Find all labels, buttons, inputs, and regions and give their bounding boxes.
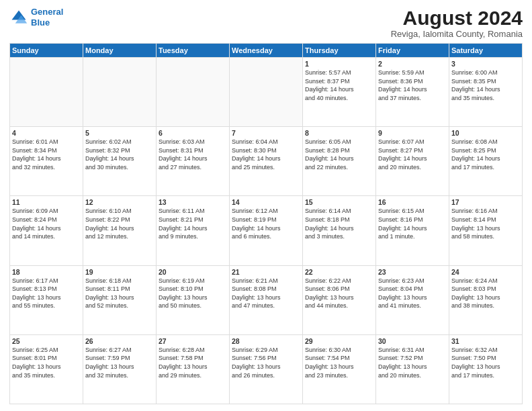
calendar-cell [10,58,83,127]
day-info: Sunrise: 6:19 AM Sunset: 8:10 PM Dayligh… [159,277,227,310]
day-info: Sunrise: 6:05 AM Sunset: 8:28 PM Dayligh… [305,138,373,171]
day-number: 19 [85,268,154,276]
day-info: Sunrise: 6:18 AM Sunset: 8:11 PM Dayligh… [85,277,154,310]
day-number: 11 [12,198,81,206]
day-info: Sunrise: 6:29 AM Sunset: 7:56 PM Dayligh… [232,346,300,379]
day-info: Sunrise: 6:17 AM Sunset: 8:13 PM Dayligh… [12,277,81,310]
calendar-cell: 7Sunrise: 6:04 AM Sunset: 8:30 PM Daylig… [230,127,303,196]
day-info: Sunrise: 6:25 AM Sunset: 8:01 PM Dayligh… [12,346,81,379]
logo: General Blue [9,7,63,28]
calendar-cell: 10Sunrise: 6:08 AM Sunset: 8:25 PM Dayli… [449,127,523,196]
day-info: Sunrise: 6:21 AM Sunset: 8:08 PM Dayligh… [232,277,300,310]
week-row-4: 18Sunrise: 6:17 AM Sunset: 8:13 PM Dayli… [10,265,523,334]
calendar-cell: 4Sunrise: 6:01 AM Sunset: 8:34 PM Daylig… [10,127,83,196]
calendar-cell: 11Sunrise: 6:09 AM Sunset: 8:24 PM Dayli… [10,196,83,265]
day-number: 15 [305,198,373,206]
location-subtitle: Reviga, Ialomita County, Romania [391,29,523,39]
day-info: Sunrise: 6:11 AM Sunset: 8:21 PM Dayligh… [159,207,227,240]
logo-blue: Blue [31,17,50,28]
calendar-cell: 6Sunrise: 6:03 AM Sunset: 8:31 PM Daylig… [157,127,230,196]
day-info: Sunrise: 5:57 AM Sunset: 8:37 PM Dayligh… [305,68,373,102]
header: General Blue August 2024 Reviga, Ialomit… [9,7,523,39]
page: General Blue August 2024 Reviga, Ialomit… [0,0,532,411]
day-number: 26 [85,337,154,345]
logo-text: General Blue [31,7,63,28]
week-row-2: 4Sunrise: 6:01 AM Sunset: 8:34 PM Daylig… [10,127,523,196]
day-info: Sunrise: 6:00 AM Sunset: 8:35 PM Dayligh… [451,68,520,102]
calendar-cell: 22Sunrise: 6:22 AM Sunset: 8:06 PM Dayli… [303,265,376,334]
day-number: 6 [159,129,227,137]
calendar-cell: 19Sunrise: 6:18 AM Sunset: 8:11 PM Dayli… [83,265,157,334]
day-info: Sunrise: 6:02 AM Sunset: 8:32 PM Dayligh… [85,138,154,171]
weekday-header-thursday: Thursday [303,44,376,58]
weekday-header-monday: Monday [83,44,157,58]
day-info: Sunrise: 6:28 AM Sunset: 7:58 PM Dayligh… [159,346,227,379]
day-info: Sunrise: 6:08 AM Sunset: 8:25 PM Dayligh… [451,138,520,171]
calendar-cell: 15Sunrise: 6:14 AM Sunset: 8:18 PM Dayli… [303,196,376,265]
day-info: Sunrise: 6:27 AM Sunset: 7:59 PM Dayligh… [85,346,154,379]
day-info: Sunrise: 6:15 AM Sunset: 8:16 PM Dayligh… [378,207,447,240]
day-info: Sunrise: 6:16 AM Sunset: 8:14 PM Dayligh… [451,207,520,240]
calendar-cell: 14Sunrise: 6:12 AM Sunset: 8:19 PM Dayli… [230,196,303,265]
day-info: Sunrise: 6:24 AM Sunset: 8:03 PM Dayligh… [451,277,520,310]
calendar-cell: 21Sunrise: 6:21 AM Sunset: 8:08 PM Dayli… [230,265,303,334]
day-number: 4 [12,129,81,137]
week-row-5: 25Sunrise: 6:25 AM Sunset: 8:01 PM Dayli… [10,334,523,404]
weekday-header-wednesday: Wednesday [230,44,303,58]
day-info: Sunrise: 6:01 AM Sunset: 8:34 PM Dayligh… [12,138,81,171]
day-number: 18 [12,268,81,276]
calendar-cell: 13Sunrise: 6:11 AM Sunset: 8:21 PM Dayli… [157,196,230,265]
day-number: 8 [305,129,373,137]
day-number: 5 [85,129,154,137]
day-number: 9 [378,129,447,137]
calendar-cell: 1Sunrise: 5:57 AM Sunset: 8:37 PM Daylig… [303,58,376,127]
day-info: Sunrise: 6:04 AM Sunset: 8:30 PM Dayligh… [232,138,300,171]
day-number: 22 [305,268,373,276]
calendar-table: SundayMondayTuesdayWednesdayThursdayFrid… [9,43,523,404]
week-row-1: 1Sunrise: 5:57 AM Sunset: 8:37 PM Daylig… [10,58,523,127]
day-info: Sunrise: 6:14 AM Sunset: 8:18 PM Dayligh… [305,207,373,240]
calendar-cell: 20Sunrise: 6:19 AM Sunset: 8:10 PM Dayli… [157,265,230,334]
day-info: Sunrise: 6:23 AM Sunset: 8:04 PM Dayligh… [378,277,447,310]
day-info: Sunrise: 6:30 AM Sunset: 7:54 PM Dayligh… [305,346,373,379]
weekday-header-row: SundayMondayTuesdayWednesdayThursdayFrid… [10,44,523,58]
day-number: 2 [378,60,447,68]
day-number: 13 [159,198,227,206]
calendar-cell: 9Sunrise: 6:07 AM Sunset: 8:27 PM Daylig… [376,127,449,196]
day-number: 1 [305,60,373,68]
day-number: 17 [451,198,520,206]
day-number: 3 [451,60,520,68]
day-info: Sunrise: 6:07 AM Sunset: 8:27 PM Dayligh… [378,138,447,171]
day-info: Sunrise: 6:22 AM Sunset: 8:06 PM Dayligh… [305,277,373,310]
day-number: 23 [378,268,447,276]
day-number: 24 [451,268,520,276]
calendar-cell: 30Sunrise: 6:31 AM Sunset: 7:52 PM Dayli… [376,334,449,404]
day-number: 28 [232,337,300,345]
day-number: 21 [232,268,300,276]
logo-icon [9,8,28,27]
calendar-cell: 25Sunrise: 6:25 AM Sunset: 8:01 PM Dayli… [10,334,83,404]
day-number: 20 [159,268,227,276]
day-number: 30 [378,337,447,345]
calendar-cell: 12Sunrise: 6:10 AM Sunset: 8:22 PM Dayli… [83,196,157,265]
day-info: Sunrise: 6:10 AM Sunset: 8:22 PM Dayligh… [85,207,154,240]
day-info: Sunrise: 6:32 AM Sunset: 7:50 PM Dayligh… [451,346,520,379]
day-info: Sunrise: 5:59 AM Sunset: 8:36 PM Dayligh… [378,68,447,102]
day-number: 7 [232,129,300,137]
week-row-3: 11Sunrise: 6:09 AM Sunset: 8:24 PM Dayli… [10,196,523,265]
weekday-header-tuesday: Tuesday [157,44,230,58]
calendar-cell: 17Sunrise: 6:16 AM Sunset: 8:14 PM Dayli… [449,196,523,265]
calendar-cell [83,58,157,127]
calendar-cell [157,58,230,127]
calendar-cell [230,58,303,127]
calendar-cell: 3Sunrise: 6:00 AM Sunset: 8:35 PM Daylig… [449,58,523,127]
calendar-cell: 18Sunrise: 6:17 AM Sunset: 8:13 PM Dayli… [10,265,83,334]
calendar-cell: 26Sunrise: 6:27 AM Sunset: 7:59 PM Dayli… [83,334,157,404]
calendar-cell: 16Sunrise: 6:15 AM Sunset: 8:16 PM Dayli… [376,196,449,265]
day-number: 25 [12,337,81,345]
calendar-cell: 24Sunrise: 6:24 AM Sunset: 8:03 PM Dayli… [449,265,523,334]
day-number: 12 [85,198,154,206]
day-info: Sunrise: 6:09 AM Sunset: 8:24 PM Dayligh… [12,207,81,240]
logo-general: General [31,7,63,17]
day-number: 16 [378,198,447,206]
